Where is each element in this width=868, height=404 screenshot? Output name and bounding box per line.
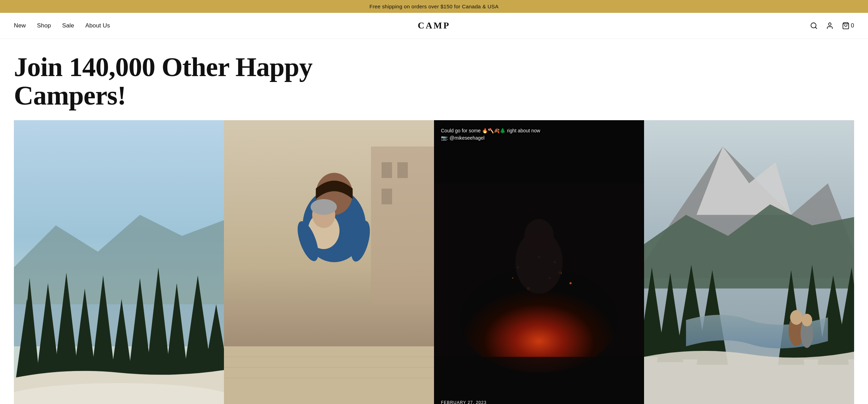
nav-right: 0 [810, 22, 854, 30]
photo-card-3[interactable]: Could go for some 🔥🪓🍂🌲 right about now📷:… [434, 120, 644, 404]
photo-card-2[interactable] [224, 120, 434, 404]
cart-count: 0 [851, 22, 854, 29]
hero-section: Join 140,000 Other Happy Campers! [0, 39, 868, 120]
search-icon [810, 22, 818, 30]
nav-item-about-us[interactable]: About Us [85, 22, 110, 29]
account-icon [826, 22, 834, 30]
photo-overlay-2 [224, 120, 434, 404]
photo-overlay-4 [644, 120, 854, 404]
header: New Shop Sale About Us CaMp 0 [0, 13, 868, 39]
announcement-text: Free shipping on orders over $150 for Ca… [369, 3, 499, 9]
nav-item-sale[interactable]: Sale [62, 22, 74, 29]
photo-overlay-3: Could go for some 🔥🪓🍂🌲 right about now📷:… [434, 120, 644, 404]
site-logo[interactable]: CaMp [418, 20, 450, 31]
nav-item-new[interactable]: New [14, 22, 26, 29]
svg-line-1 [815, 27, 817, 28]
search-button[interactable] [810, 22, 818, 30]
cart-icon [842, 22, 850, 30]
hero-title: Join 140,000 Other Happy Campers! [14, 53, 326, 110]
photo-card-1[interactable] [14, 120, 224, 404]
photo-overlay-1 [14, 120, 224, 404]
announcement-bar: Free shipping on orders over $150 for Ca… [0, 0, 868, 13]
account-button[interactable] [826, 22, 834, 30]
nav-left: New Shop Sale About Us [14, 22, 110, 29]
photo-grid: Could go for some 🔥🪓🍂🌲 right about now📷:… [0, 120, 868, 404]
svg-point-2 [828, 23, 831, 25]
photo-card-4[interactable] [644, 120, 854, 404]
photo-3-date: FEBRUARY 27, 2023 [441, 400, 486, 404]
photo-3-caption: Could go for some 🔥🪓🍂🌲 right about now📷:… [441, 127, 637, 142]
nav-item-shop[interactable]: Shop [37, 22, 51, 29]
cart-button[interactable]: 0 [842, 22, 854, 30]
